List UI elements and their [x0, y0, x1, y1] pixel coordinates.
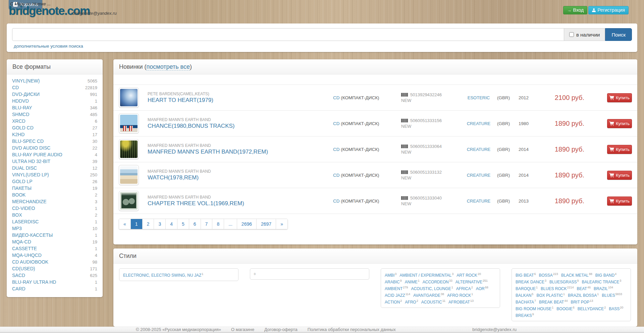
record-label-link[interactable]: CREATURE — [467, 199, 491, 204]
genre-tag[interactable]: AFRO2 — [405, 298, 418, 305]
format-link[interactable]: HDDVD — [12, 98, 29, 104]
genre-tag[interactable]: AFRICA2 — [456, 285, 473, 291]
format-link[interactable]: ULTRA HD 32-BIT — [12, 159, 50, 164]
format-link[interactable]: SACD — [12, 273, 25, 278]
album-art[interactable] — [119, 165, 139, 185]
genre-tag[interactable]: AMBIENT279 — [385, 285, 408, 291]
format-link[interactable]: CD-VIDEO — [12, 206, 35, 211]
format-link[interactable]: BOOK — [12, 192, 25, 198]
format-link[interactable]: BLU-RAY ULTRA HD — [12, 279, 56, 285]
footer-link[interactable]: Политика обработки персональных данных — [308, 327, 396, 332]
view-all-link[interactable]: посмотреть все — [147, 63, 190, 70]
format-link[interactable]: VINYL(USED LP) — [12, 172, 49, 177]
genre-tag[interactable]: AFRO ROCK1 — [447, 291, 473, 298]
buy-button[interactable]: Купить — [607, 119, 632, 128]
page-button[interactable]: 2697 — [257, 219, 276, 229]
genre-tag[interactable]: AOR68 — [476, 285, 488, 291]
in-stock-checkbox[interactable] — [569, 32, 574, 37]
genre-tag[interactable]: BIG BEAT6 — [516, 271, 536, 278]
format-link[interactable]: MQA-UHQCD — [12, 253, 42, 258]
genre-tag[interactable]: ACCORDEON33 — [423, 278, 452, 285]
genre-tag[interactable]: BOOGIE6 — [556, 305, 574, 312]
format-link[interactable]: GOLD CD — [12, 125, 34, 130]
genre-tag[interactable]: BLUES ROCK2214 — [541, 285, 574, 291]
genre-tag[interactable]: ACOUSTIC, LOUNGE1 — [411, 285, 453, 291]
buy-button[interactable]: Купить — [607, 93, 632, 102]
page-button[interactable]: 1 — [131, 219, 143, 229]
product-title-link[interactable]: CHAPTER THREE VOL.1(1969,REM) — [148, 200, 244, 207]
genre-tag[interactable]: BOSSA223 — [539, 271, 558, 278]
genre-tag[interactable]: BLUES5833 — [602, 291, 622, 298]
footer-email[interactable]: bridgenote@yandex.ru — [472, 327, 517, 332]
genre-tag[interactable]: BREAKS9 — [516, 312, 534, 318]
genre-tag[interactable]: AFROBEAT13 — [448, 298, 474, 305]
genre-tag[interactable]: BALEARIC TRANCE3 — [582, 278, 621, 285]
album-art[interactable] — [119, 113, 139, 133]
page-button[interactable]: 4 — [166, 219, 177, 229]
genre-tag[interactable]: BACHATA7 — [516, 298, 536, 305]
format-type-link[interactable]: CD — [333, 121, 340, 126]
product-title-link[interactable]: WATCH(1978,REM) — [148, 174, 199, 181]
buy-button[interactable]: Купить — [607, 171, 632, 180]
format-link[interactable]: MERCHANDIZE — [12, 199, 47, 204]
format-type-link[interactable]: CD — [333, 147, 340, 152]
format-link[interactable]: DVD AUDIO DISC — [12, 145, 50, 151]
record-label-link[interactable]: CREATURE — [467, 173, 491, 178]
footer-link[interactable]: О магазине — [231, 327, 254, 332]
format-link[interactable]: BLU-RAY PURE AUDIO — [12, 152, 62, 157]
genre-tag[interactable]: ART ROCK20 — [457, 271, 481, 278]
advanced-search-link[interactable]: дополнительные условия поиска — [14, 44, 83, 49]
genre-tag[interactable]: BREAK BEAT44 — [539, 298, 568, 305]
format-link[interactable]: K2HD — [12, 132, 24, 137]
footer-link[interactable]: Договор-оферта — [264, 327, 298, 332]
format-link[interactable]: BOX — [12, 212, 22, 218]
genre-tag[interactable]: BRAZIL BOSSA1 — [568, 291, 599, 298]
genre-tag[interactable]: ARABIC9 — [385, 278, 402, 285]
genre-tag[interactable]: ANIME1 — [405, 278, 420, 285]
page-button[interactable]: » — [276, 219, 287, 229]
format-link[interactable]: CARD — [12, 286, 25, 291]
genre-tag[interactable]: AMBIENT / EXPERIMENTAL3 — [399, 271, 453, 278]
record-label-link[interactable]: ESOTERIC — [468, 95, 490, 100]
page-button[interactable]: 8 — [212, 219, 224, 229]
genre-tag[interactable]: BIG ROOM HOUSE1 — [516, 305, 553, 312]
format-link[interactable]: MP3 — [12, 226, 22, 231]
format-link[interactable]: MQA-CD — [12, 239, 31, 244]
genre-tag[interactable]: BRIT POP13 — [571, 298, 593, 305]
genre-tag[interactable]: BREAK DANCE3 — [516, 278, 546, 285]
page-button[interactable]: 2696 — [237, 219, 257, 229]
format-link[interactable]: XRCD — [12, 118, 25, 124]
record-label-link[interactable]: CREATURE — [467, 121, 491, 126]
format-link[interactable]: SHMCD — [12, 112, 29, 117]
page-button[interactable]: 6 — [189, 219, 201, 229]
genre-tag[interactable]: BRAZIL104 — [594, 285, 613, 291]
buy-button[interactable]: Купить — [607, 145, 632, 154]
album-art[interactable] — [119, 191, 139, 211]
page-button[interactable]: 3 — [154, 219, 166, 229]
genre-tag[interactable]: BELLYDANCE2 — [578, 305, 606, 312]
format-type-link[interactable]: CD — [333, 199, 340, 204]
format-type-link[interactable]: CD — [333, 173, 340, 178]
format-link[interactable]: BLU-SPEC CD — [12, 138, 44, 144]
buy-button[interactable]: Купить — [607, 197, 632, 206]
in-stock-toggle[interactable]: в наличии — [564, 28, 605, 41]
format-link[interactable]: ПАКЕТЫ — [12, 185, 32, 191]
genre-tag[interactable]: BEAT46 — [577, 285, 590, 291]
genre-tag[interactable]: ALTERNATIVE251 — [455, 278, 488, 285]
genre-tag[interactable]: BAROQUE1 — [516, 285, 538, 291]
album-art[interactable] — [119, 88, 139, 108]
format-link[interactable]: CD(USED) — [12, 266, 35, 271]
format-link[interactable]: DVD-ДИСКИ — [12, 92, 40, 97]
product-title-link[interactable]: MANFRED MANN'S EARTH BAND(1972,REM) — [148, 149, 268, 155]
page-button[interactable]: ... — [224, 219, 237, 229]
format-link[interactable]: CD — [12, 85, 19, 90]
page-button[interactable]: 2 — [143, 219, 154, 229]
genre-tag[interactable]: BASS20 — [609, 305, 623, 312]
login-button[interactable]: → Вход — [563, 6, 587, 14]
register-button[interactable]: Регистрация — [588, 6, 629, 14]
format-link[interactable]: GOLD LP — [12, 179, 33, 184]
album-art[interactable] — [119, 139, 139, 159]
format-link[interactable]: LASERDISC — [12, 219, 39, 224]
genre-tag[interactable]: BIG BAND4 — [595, 271, 616, 278]
genre-tag[interactable]: BLACK METAL88 — [561, 271, 592, 278]
